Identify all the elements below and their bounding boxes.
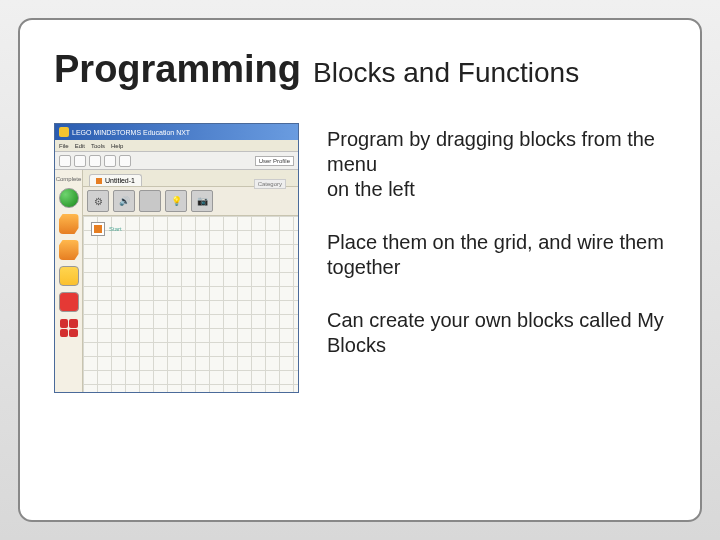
programming-grid[interactable]: Start <box>83 216 298 392</box>
content-row: LEGO MINDSTORMS Education NXT File Edit … <box>54 123 666 393</box>
lamp-block-icon[interactable] <box>165 190 187 212</box>
bullet-2: Place them on the grid, and wire them to… <box>327 230 666 280</box>
tool-button[interactable] <box>104 155 116 167</box>
start-icon <box>91 222 105 236</box>
window-title: LEGO MINDSTORMS Education NXT <box>72 129 294 136</box>
block-palette: Complete <box>55 170 83 392</box>
palette-label: Complete <box>56 176 82 182</box>
tool-button[interactable] <box>119 155 131 167</box>
menubar: File Edit Tools Help <box>55 140 298 152</box>
user-profile-button[interactable]: User Profile <box>255 156 294 166</box>
bullet-3: Can create your own blocks called My Blo… <box>327 308 666 358</box>
editor-body: Complete Untitled-1 <box>55 170 298 392</box>
tool-button[interactable] <box>89 155 101 167</box>
palette-yellow-icon[interactable] <box>59 266 79 286</box>
toolbar-left <box>59 155 131 167</box>
palette-orange-icon[interactable] <box>59 214 79 234</box>
toolbar: User Profile <box>55 152 298 170</box>
sound-block-icon[interactable] <box>113 190 135 212</box>
start-node[interactable]: Start <box>91 222 122 236</box>
palette-red-multi-icon[interactable] <box>59 318 79 338</box>
block-row: Category <box>83 186 298 216</box>
title-sub: Blocks and Functions <box>313 57 579 89</box>
tab-untitled[interactable]: Untitled-1 <box>89 174 142 186</box>
gear-block-icon[interactable] <box>87 190 109 212</box>
title-main: Programming <box>54 48 301 91</box>
slide-frame: Programming Blocks and Functions LEGO MI… <box>18 18 702 522</box>
body-text: Program by dragging blocks from the menu… <box>327 123 666 393</box>
display-block-icon[interactable] <box>139 190 161 212</box>
menu-help[interactable]: Help <box>111 143 123 149</box>
menu-edit[interactable]: Edit <box>75 143 85 149</box>
slide-title: Programming Blocks and Functions <box>54 48 666 91</box>
bullet-1: Program by dragging blocks from the menu… <box>327 127 666 202</box>
start-label: Start <box>109 226 122 232</box>
tool-button[interactable] <box>59 155 71 167</box>
app-icon <box>59 127 69 137</box>
tool-button[interactable] <box>74 155 86 167</box>
nxt-screenshot: LEGO MINDSTORMS Education NXT File Edit … <box>54 123 299 393</box>
category-label: Category <box>254 179 286 189</box>
palette-orange-icon[interactable] <box>59 240 79 260</box>
tab-label: Untitled-1 <box>105 177 135 184</box>
menu-tools[interactable]: Tools <box>91 143 105 149</box>
canvas-area: Untitled-1 Category Star <box>83 170 298 392</box>
menu-file[interactable]: File <box>59 143 69 149</box>
window-titlebar: LEGO MINDSTORMS Education NXT <box>55 124 298 140</box>
palette-green-icon[interactable] <box>59 188 79 208</box>
palette-red-icon[interactable] <box>59 292 79 312</box>
camera-block-icon[interactable] <box>191 190 213 212</box>
